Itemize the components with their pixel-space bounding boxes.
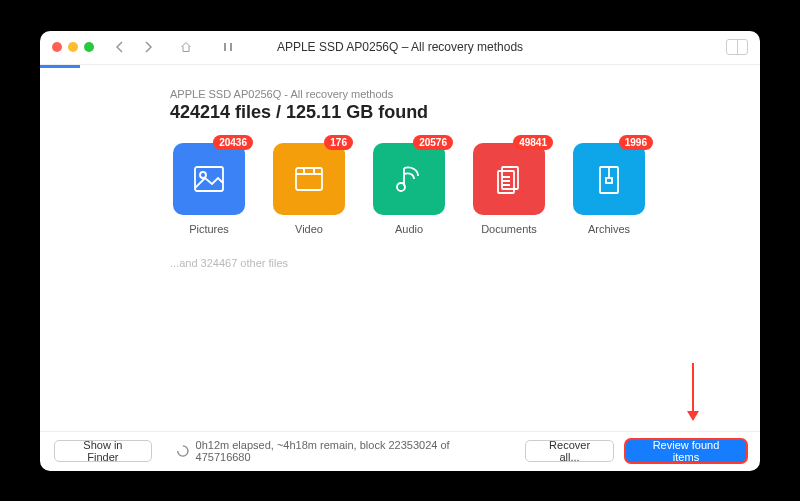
category-tiles: 20436 Pictures 176 Video 20576 Audio 498…	[170, 143, 760, 235]
tile-archives: 1996 Archives	[570, 143, 648, 235]
tile-documents: 49841 Documents	[470, 143, 548, 235]
scan-subtitle: APPLE SSD AP0256Q - All recovery methods	[170, 88, 760, 100]
home-button[interactable]	[176, 37, 196, 57]
tile-label: Video	[295, 223, 323, 235]
svg-rect-2	[296, 168, 322, 190]
tile-badge: 1996	[619, 135, 653, 150]
tile-badge: 20576	[413, 135, 453, 150]
recover-all-button[interactable]: Recover all...	[525, 440, 614, 462]
footer: Show in Finder 0h12m elapsed, ~4h18m rem…	[40, 431, 760, 471]
tile-audio: 20576 Audio	[370, 143, 448, 235]
tile-label: Archives	[588, 223, 630, 235]
archive-icon	[592, 162, 626, 196]
tile-label: Audio	[395, 223, 423, 235]
tile-box-pictures[interactable]: 20436	[173, 143, 245, 215]
tile-badge: 49841	[513, 135, 553, 150]
tile-box-documents[interactable]: 49841	[473, 143, 545, 215]
spinner-icon	[176, 444, 190, 458]
close-window-button[interactable]	[52, 42, 62, 52]
tile-video: 176 Video	[270, 143, 348, 235]
other-files-note: ...and 324467 other files	[170, 257, 760, 269]
tile-box-video[interactable]: 176	[273, 143, 345, 215]
forward-button[interactable]	[138, 37, 158, 57]
main-content: APPLE SSD AP0256Q - All recovery methods…	[40, 68, 760, 431]
tile-box-audio[interactable]: 20576	[373, 143, 445, 215]
chevron-left-icon	[114, 41, 126, 53]
scan-status-text: 0h12m elapsed, ~4h18m remain, block 2235…	[196, 439, 502, 463]
document-icon	[492, 162, 526, 196]
view-toggle[interactable]	[726, 39, 748, 55]
show-in-finder-button[interactable]: Show in Finder	[54, 440, 152, 462]
maximize-window-button[interactable]	[84, 42, 94, 52]
audio-icon	[392, 162, 426, 196]
tile-label: Pictures	[189, 223, 229, 235]
back-button[interactable]	[110, 37, 130, 57]
minimize-window-button[interactable]	[68, 42, 78, 52]
app-window: APPLE SSD AP0256Q – All recovery methods…	[40, 31, 760, 471]
pause-button[interactable]	[218, 37, 238, 57]
scan-status: 0h12m elapsed, ~4h18m remain, block 2235…	[176, 439, 501, 463]
tile-label: Documents	[481, 223, 537, 235]
window-controls	[52, 42, 94, 52]
scan-summary: 424214 files / 125.11 GB found	[170, 102, 760, 123]
review-found-items-button[interactable]: Review found items	[626, 440, 746, 462]
toolbar: APPLE SSD AP0256Q – All recovery methods	[40, 31, 760, 65]
svg-rect-7	[606, 178, 612, 183]
tile-badge: 20436	[213, 135, 253, 150]
home-icon	[180, 41, 192, 53]
pause-icon	[222, 41, 234, 53]
image-icon	[192, 162, 226, 196]
video-icon	[292, 162, 326, 196]
chevron-right-icon	[142, 41, 154, 53]
tile-box-archives[interactable]: 1996	[573, 143, 645, 215]
svg-point-3	[397, 183, 405, 191]
tile-pictures: 20436 Pictures	[170, 143, 248, 235]
tile-badge: 176	[324, 135, 353, 150]
